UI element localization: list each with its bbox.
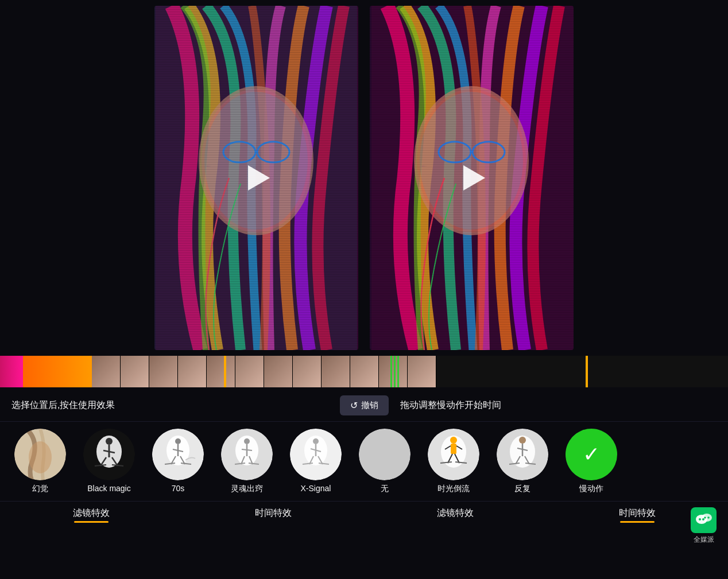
tab-label-filter2: 滤镜特效 xyxy=(437,507,474,519)
effect-label-black-magic: Black magic xyxy=(87,484,130,493)
orange-marker-right xyxy=(586,356,588,387)
effect-shiguang[interactable]: 时光倒流 xyxy=(419,429,488,494)
effect-label-xsignal: X-Signal xyxy=(301,484,331,493)
timeline-orange xyxy=(23,356,92,387)
svg-rect-36 xyxy=(359,429,411,480)
svg-point-26 xyxy=(106,438,113,445)
svg-point-39 xyxy=(450,437,457,444)
effect-mandong[interactable]: ✓ 慢动作 xyxy=(557,429,626,494)
app-container: 选择位置后,按住使用效果 ↺ 撤销 拖动调整慢动作开始时间 幻觉 xyxy=(0,0,728,579)
timeline-segment-pink xyxy=(0,356,23,387)
tab-active-bar-filter1 xyxy=(74,521,109,523)
timeline-face-thumbs xyxy=(92,356,728,387)
timeline-thumbnails xyxy=(23,356,728,387)
green-marker xyxy=(390,356,399,387)
play-icon-left xyxy=(248,165,270,191)
left-video-preview[interactable] xyxy=(154,6,358,350)
right-video-preview[interactable] xyxy=(370,6,574,350)
tab-label-time2: 时间特效 xyxy=(619,507,656,519)
effect-thumb-xsignal xyxy=(290,429,342,480)
svg-point-35 xyxy=(313,438,319,444)
drag-hint-text: 拖动调整慢动作开始时间 xyxy=(400,399,717,411)
tab-filter2[interactable]: 滤镜特效 xyxy=(364,502,546,523)
effect-thumb-shiguang xyxy=(428,429,479,480)
wechat-label: 全媒派 xyxy=(694,535,714,545)
undo-button[interactable]: ↺ 撤销 xyxy=(340,395,389,415)
controls-area: 选择位置后,按住使用效果 ↺ 撤销 拖动调整慢动作开始时间 xyxy=(0,387,728,422)
wechat-icon xyxy=(691,507,717,533)
effect-xsignal[interactable]: X-Signal xyxy=(281,429,350,493)
effect-thumb-black-magic xyxy=(83,429,135,480)
play-button-left[interactable] xyxy=(239,161,274,195)
tab-filter1[interactable]: 滤镜特效 xyxy=(0,502,182,523)
svg-point-32 xyxy=(244,438,250,444)
effect-label-mandong: 慢动作 xyxy=(579,484,603,494)
effect-label-70s: 70s xyxy=(172,484,185,493)
checkmark-icon: ✓ xyxy=(583,442,600,467)
hint-text: 选择位置后,按住使用效果 xyxy=(11,399,328,411)
svg-point-43 xyxy=(519,437,526,444)
tab-label-time1: 时间特效 xyxy=(255,507,292,519)
tab-active-bar-time2 xyxy=(620,521,655,523)
effect-thumb-70s xyxy=(152,429,204,480)
svg-point-23 xyxy=(29,441,52,473)
effect-thumb-mandong: ✓ xyxy=(566,429,617,480)
effect-label-lihun: 灵魂出窍 xyxy=(231,484,263,494)
right-video-canvas xyxy=(370,6,574,350)
effect-thumb-lihun xyxy=(221,429,273,480)
timeline-strip[interactable] xyxy=(0,356,728,387)
tab-bar: 滤镜特效 时间特效 滤镜特效 时间特效 xyxy=(0,501,728,523)
svg-rect-40 xyxy=(451,444,456,454)
tab-time1[interactable]: 时间特效 xyxy=(182,502,364,523)
svg-point-47 xyxy=(702,518,704,520)
effect-70s[interactable]: 70s xyxy=(144,429,212,493)
undo-label: 撤销 xyxy=(361,400,378,411)
undo-icon: ↺ xyxy=(350,400,358,411)
svg-point-48 xyxy=(704,516,706,519)
play-icon-right xyxy=(463,165,485,191)
effects-row: 幻觉 Black magic xyxy=(0,422,728,499)
effect-thumb-fanfu xyxy=(497,429,548,480)
effect-black-magic[interactable]: Black magic xyxy=(75,429,144,493)
svg-point-29 xyxy=(175,438,181,444)
effect-fanfu[interactable]: 反复 xyxy=(488,429,557,494)
effect-label-shiguang: 时光倒流 xyxy=(437,484,470,494)
play-button-right[interactable] xyxy=(455,161,489,195)
effect-label-fanfu: 反复 xyxy=(514,484,530,494)
effect-thumb-huanjue xyxy=(14,429,66,480)
effect-label-wu: 无 xyxy=(381,484,389,494)
effect-label-huanjue: 幻觉 xyxy=(32,484,48,494)
effect-huanjue[interactable]: 幻觉 xyxy=(6,429,75,494)
effect-lihun[interactable]: 灵魂出窍 xyxy=(212,429,281,494)
wechat-badge: 全媒派 xyxy=(691,507,717,545)
orange-marker-left xyxy=(224,356,226,387)
video-area xyxy=(0,0,728,356)
effect-wu[interactable]: 无 xyxy=(350,429,419,494)
svg-point-49 xyxy=(707,516,710,519)
svg-point-46 xyxy=(699,518,701,520)
left-video-canvas xyxy=(154,6,358,350)
effect-thumb-wu xyxy=(359,429,411,480)
timeline-frames xyxy=(0,356,728,387)
tab-label-filter1: 滤镜特效 xyxy=(73,507,110,519)
